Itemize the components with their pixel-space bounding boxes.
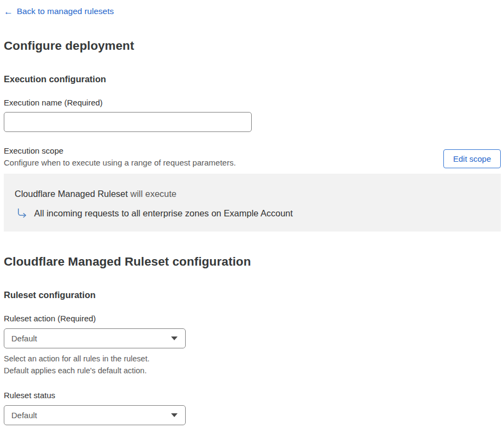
ruleset-action-help: Select an action for all rules in the ru… — [4, 353, 501, 377]
scope-detail-text: All incoming requests to all enterprise … — [34, 208, 293, 219]
ruleset-action-value: Default — [11, 334, 37, 343]
ruleset-configuration-subheading: Ruleset configuration — [4, 290, 501, 300]
scope-summary-panel: Cloudflare Managed Ruleset will execute … — [4, 174, 501, 232]
caret-down-icon — [171, 413, 178, 417]
scope-summary-line: Cloudflare Managed Ruleset will execute — [15, 189, 490, 199]
edit-scope-button[interactable]: Edit scope — [443, 149, 501, 168]
execution-scope-description: Configure when to execute using a range … — [4, 158, 236, 167]
ruleset-status-select[interactable]: Default — [4, 405, 186, 425]
caret-down-icon — [171, 336, 178, 340]
back-to-managed-rulesets-link[interactable]: ← Back to managed rulesets — [4, 6, 114, 16]
execution-name-input[interactable] — [4, 112, 252, 132]
page-title: Configure deployment — [4, 39, 501, 53]
corner-arrow-icon — [17, 208, 28, 219]
ruleset-action-help-line-2: Default applies each rule's default acti… — [4, 365, 501, 377]
scope-detail-line: All incoming requests to all enterprise … — [17, 208, 490, 219]
ruleset-status-label: Ruleset status — [4, 391, 501, 400]
will-execute-text: will execute — [130, 189, 176, 199]
ruleset-status-value: Default — [11, 411, 37, 420]
execution-scope-label: Execution scope — [4, 146, 236, 155]
ruleset-action-label: Ruleset action (Required) — [4, 314, 501, 323]
execution-name-label: Execution name (Required) — [4, 98, 501, 107]
execution-configuration-heading: Execution configuration — [4, 74, 501, 84]
execution-scope-row: Execution scope Configure when to execut… — [4, 146, 501, 168]
execution-scope-text: Execution scope Configure when to execut… — [4, 146, 236, 167]
back-link-label: Back to managed rulesets — [17, 6, 114, 16]
ruleset-configuration-title: Cloudflare Managed Ruleset configuration — [4, 255, 501, 269]
ruleset-name: Cloudflare Managed Ruleset — [15, 189, 128, 199]
ruleset-action-help-line-1: Select an action for all rules in the ru… — [4, 353, 501, 365]
configure-deployment-page: ← Back to managed rulesets Configure dep… — [0, 0, 504, 429]
ruleset-action-select[interactable]: Default — [4, 328, 186, 348]
arrow-left-icon: ← — [4, 7, 13, 16]
